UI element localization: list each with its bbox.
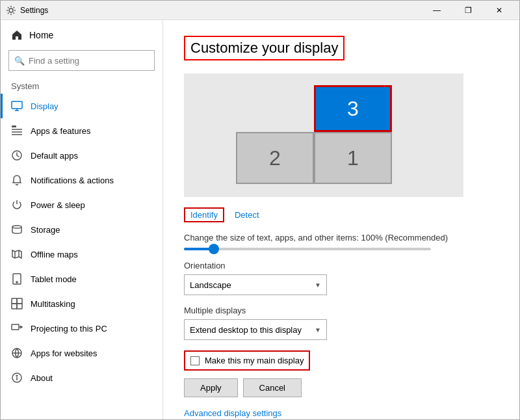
scale-label: Change the size of text, apps, and other…: [184, 233, 499, 243]
sidebar-item-offline-maps[interactable]: Offline maps: [1, 242, 162, 267]
sidebar-item-storage[interactable]: Storage: [1, 217, 162, 242]
window: Settings — ❐ ✕ Home 🔍 System: [0, 0, 520, 420]
svg-marker-10: [12, 250, 21, 258]
sidebar-label-power: Power & sleep: [31, 200, 85, 210]
orientation-dropdown[interactable]: Landscape ▼: [184, 274, 327, 295]
svg-rect-1: [12, 101, 22, 109]
orientation-value: Landscape: [190, 280, 231, 290]
search-box[interactable]: 🔍: [8, 50, 155, 71]
sidebar-label-notifications: Notifications & actions: [31, 176, 114, 185]
sidebar-label-multitasking: Multitasking: [31, 299, 75, 309]
multiple-displays-container: Multiple displays Extend desktop to this…: [184, 306, 499, 340]
sidebar-label-offline-maps: Offline maps: [31, 250, 78, 259]
sidebar-item-power[interactable]: Power & sleep: [1, 192, 162, 217]
window-title: Settings: [20, 6, 422, 15]
sidebar-item-display[interactable]: Display: [1, 94, 162, 118]
home-icon: [11, 29, 23, 41]
svg-point-9: [12, 226, 21, 228]
main-display-checkbox-row[interactable]: Make this my main display: [184, 350, 310, 371]
search-icon: 🔍: [14, 56, 25, 66]
advanced-display-link[interactable]: Advanced display settings: [184, 408, 281, 418]
sidebar-label-apps-websites: Apps for websites: [31, 348, 98, 358]
sidebar-label-tablet: Tablet mode: [31, 274, 77, 284]
sidebar-label-projecting: Projecting to this PC: [31, 324, 107, 334]
apps-features-icon: [11, 125, 23, 137]
svg-point-14: [16, 282, 18, 283]
svg-point-0: [9, 8, 13, 12]
main-display-checkbox[interactable]: [190, 356, 200, 365]
scale-slider-track: [184, 248, 431, 250]
display-icon: [11, 100, 23, 112]
apps-websites-icon: [11, 347, 23, 359]
sidebar-item-projecting[interactable]: Projecting to this PC: [1, 316, 162, 341]
apply-button[interactable]: Apply: [184, 378, 238, 397]
monitor-3[interactable]: 3: [314, 85, 392, 132]
svg-rect-19: [12, 324, 19, 330]
cancel-button[interactable]: Cancel: [243, 378, 302, 397]
title-bar-controls: — ❐ ✕: [422, 1, 514, 20]
orientation-container: Orientation Landscape ▼: [184, 261, 499, 295]
storage-icon: [11, 224, 23, 235]
action-buttons-row: Apply Cancel: [184, 378, 499, 397]
sidebar-item-home[interactable]: Home: [1, 23, 162, 47]
sidebar-item-apps-features[interactable]: Apps & features: [1, 118, 162, 143]
svg-rect-4: [12, 125, 16, 127]
scale-slider-thumb[interactable]: [209, 244, 219, 254]
tablet-icon: [11, 273, 23, 285]
notifications-icon: [11, 174, 23, 186]
sidebar-item-tablet[interactable]: Tablet mode: [1, 267, 162, 291]
settings-window-icon: [6, 5, 16, 16]
identify-button[interactable]: Identify: [184, 207, 224, 222]
sidebar-label-display: Display: [31, 101, 58, 111]
about-icon: [11, 372, 23, 384]
maximize-button[interactable]: ❐: [453, 1, 483, 20]
title-bar: Settings — ❐ ✕: [1, 1, 519, 20]
main-display-checkbox-label: Make this my main display: [205, 356, 304, 365]
monitor-2[interactable]: 2: [236, 132, 314, 184]
page-title: Customize your display: [184, 36, 344, 60]
sidebar-label-storage: Storage: [31, 225, 60, 235]
svg-rect-17: [12, 304, 17, 309]
default-apps-icon: [11, 150, 23, 161]
sidebar-item-multitasking[interactable]: Multitasking: [1, 291, 162, 316]
svg-point-23: [16, 375, 18, 376]
search-input[interactable]: [29, 56, 149, 66]
svg-rect-15: [12, 298, 17, 304]
multiple-displays-label: Multiple displays: [184, 306, 499, 315]
sidebar-label-apps-features: Apps & features: [31, 126, 91, 136]
sidebar-item-about[interactable]: About: [1, 365, 162, 390]
display-preview: 2 1 3: [184, 73, 463, 197]
svg-rect-16: [17, 298, 22, 304]
minimize-button[interactable]: —: [422, 1, 452, 20]
sidebar-label-default-apps: Default apps: [31, 151, 78, 161]
maps-icon: [11, 248, 23, 260]
monitor-1[interactable]: 1: [314, 132, 392, 184]
main-content: Customize your display 2 1 3 Identify De…: [163, 20, 519, 419]
home-label: Home: [29, 30, 53, 40]
sidebar-label-about: About: [31, 373, 53, 383]
scale-slider-container: Change the size of text, apps, and other…: [184, 233, 499, 250]
detect-button[interactable]: Detect: [235, 210, 259, 220]
content-area: Home 🔍 System Display: [1, 20, 519, 419]
close-button[interactable]: ✕: [484, 1, 514, 20]
multiple-displays-dropdown-arrow: ▼: [315, 326, 321, 334]
sidebar-item-apps-websites[interactable]: Apps for websites: [1, 341, 162, 365]
multiple-displays-value: Extend desktop to this display: [190, 325, 302, 335]
identify-detect-row: Identify Detect: [184, 207, 499, 222]
orientation-dropdown-arrow: ▼: [315, 282, 321, 289]
sidebar-item-default-apps[interactable]: Default apps: [1, 143, 162, 168]
orientation-label: Orientation: [184, 261, 499, 270]
multiple-displays-dropdown[interactable]: Extend desktop to this display ▼: [184, 319, 327, 340]
projecting-icon: [11, 322, 23, 334]
sidebar-item-notifications[interactable]: Notifications & actions: [1, 168, 162, 192]
system-section-title: System: [1, 76, 162, 94]
multitasking-icon: [11, 298, 23, 309]
sidebar: Home 🔍 System Display: [1, 20, 163, 419]
svg-rect-18: [17, 304, 22, 309]
power-icon: [11, 199, 23, 211]
